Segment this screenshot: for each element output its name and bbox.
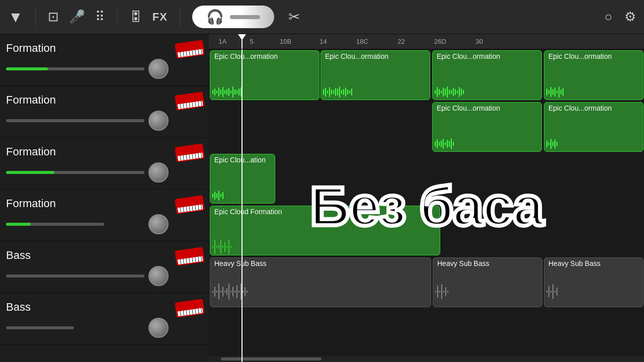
wl: [218, 87, 219, 97]
tracks-area[interactable]: Epic Clou...ormation: [209, 49, 644, 362]
clip-f0-2[interactable]: Epic Clou...ormation: [432, 50, 542, 100]
search-icon[interactable]: ○: [604, 9, 612, 25]
wl: [453, 142, 454, 146]
wl: [347, 89, 348, 95]
mark-26d: 26D: [420, 38, 460, 45]
wl: [214, 287, 215, 297]
mixer-icon[interactable]: 🎛: [129, 9, 142, 25]
wl: [345, 87, 346, 97]
fader-track-4[interactable]: [6, 223, 104, 226]
wl: [445, 142, 446, 145]
wl: [451, 90, 452, 94]
wl: [453, 88, 454, 96]
dropdown-icon[interactable]: ▼: [8, 9, 23, 26]
wl: [445, 287, 446, 296]
wl: [439, 291, 440, 293]
wave-lines-b0-3: [544, 277, 643, 307]
wl: [329, 87, 330, 97]
fader-track-1[interactable]: [6, 67, 144, 70]
track-row-bass-2: Bass: [0, 293, 209, 345]
fader-track-2[interactable]: [6, 119, 144, 122]
track-name-2: Formation: [6, 94, 203, 107]
fader-fill-1: [6, 67, 48, 70]
wl: [435, 141, 436, 146]
fader-track-6[interactable]: [6, 326, 74, 329]
wl: [562, 88, 564, 96]
clip-f1-3[interactable]: Epic Clou...ormation: [544, 102, 643, 152]
clip-f2-0[interactable]: Epic Clou...ation: [210, 154, 275, 204]
clip-b0-0[interactable]: Heavy Sub Bass: [210, 257, 431, 307]
scrollbar[interactable]: [209, 356, 644, 362]
clip-f0-1[interactable]: Epic Clou...ormation: [320, 50, 430, 100]
track-name-5: Bass: [6, 249, 203, 262]
clip-b0-2[interactable]: Heavy Sub Bass: [433, 257, 542, 307]
wl: [220, 89, 221, 95]
settings-icon[interactable]: ⚙: [624, 9, 636, 25]
wl: [228, 284, 229, 300]
ruler-marks: 1A 5 10B 14 18C 22 26D 30: [209, 34, 644, 49]
wl: [451, 138, 452, 149]
wl: [548, 142, 549, 145]
scissors-icon[interactable]: ✂: [288, 9, 300, 25]
wl: [560, 89, 561, 95]
select-tool-icon[interactable]: ⊡: [48, 9, 59, 25]
knob-2[interactable]: [148, 111, 169, 131]
track-name-4: Formation: [6, 197, 203, 210]
knob-1[interactable]: [148, 59, 169, 79]
knob-6[interactable]: [148, 318, 169, 338]
knob-5[interactable]: [148, 266, 169, 286]
wave-lines-f2-0: [210, 188, 275, 203]
wl: [459, 87, 460, 97]
knob-3[interactable]: [148, 162, 169, 183]
fader-track-5[interactable]: [6, 275, 144, 278]
wl: [449, 89, 450, 95]
wl: [351, 88, 352, 96]
wl: [327, 90, 328, 94]
clip-f0-3[interactable]: Epic Clou...ormation: [544, 50, 643, 100]
wl: [226, 246, 227, 248]
headphone-pill[interactable]: 🎧: [192, 6, 274, 28]
track-controls-3: [6, 162, 203, 183]
wl: [224, 242, 225, 252]
fx-button[interactable]: FX: [152, 11, 168, 24]
clip-f0-0[interactable]: Epic Clou...ormation: [210, 50, 319, 100]
clip-f3-0[interactable]: Epic Cloud Formation: [210, 206, 440, 255]
clip-title-b0-3: Heavy Sub Bass: [544, 258, 643, 269]
scrollbar-thumb[interactable]: [221, 357, 321, 360]
track-controls-6: [6, 318, 203, 338]
piano-4: [175, 195, 205, 214]
grid-icon[interactable]: ⠿: [95, 9, 105, 25]
sep2: [117, 8, 117, 26]
wl: [224, 291, 225, 293]
wl: [554, 291, 555, 293]
knob-4[interactable]: [148, 214, 169, 234]
wl: [232, 86, 233, 98]
track-row-formation-2: Formation: [0, 86, 209, 138]
wl: [218, 191, 219, 201]
wl: [230, 291, 231, 293]
wl: [212, 90, 213, 94]
wl: [548, 90, 549, 94]
wave-lines-f1-3: [544, 136, 643, 151]
ruler: 1A 5 10B 14 18C 22 26D 30: [209, 34, 644, 49]
clip-f1-2[interactable]: Epic Clou...ormation: [432, 102, 542, 152]
wl: [331, 89, 332, 95]
mark-10b: 10B: [267, 38, 304, 45]
wl: [335, 88, 336, 96]
microphone-icon[interactable]: 🎤: [69, 9, 85, 25]
wl: [552, 141, 553, 146]
wl: [212, 291, 213, 293]
track-row-bass-1: Bass: [0, 241, 209, 293]
right-area: 1A 5 10B 14 18C 22 26D 30 Epic Clou...or…: [209, 34, 644, 362]
wl: [216, 291, 217, 293]
clip-b0-3[interactable]: Heavy Sub Bass: [544, 257, 643, 307]
fader-track-3[interactable]: [6, 171, 144, 174]
track-controls-1: [6, 59, 203, 79]
wl: [222, 192, 223, 199]
piano-2: [175, 92, 205, 111]
wl: [214, 192, 215, 200]
wl: [234, 89, 235, 95]
clip-wave-f0-2: [433, 84, 541, 100]
wl: [550, 139, 551, 149]
track-controls-2: [6, 111, 203, 131]
